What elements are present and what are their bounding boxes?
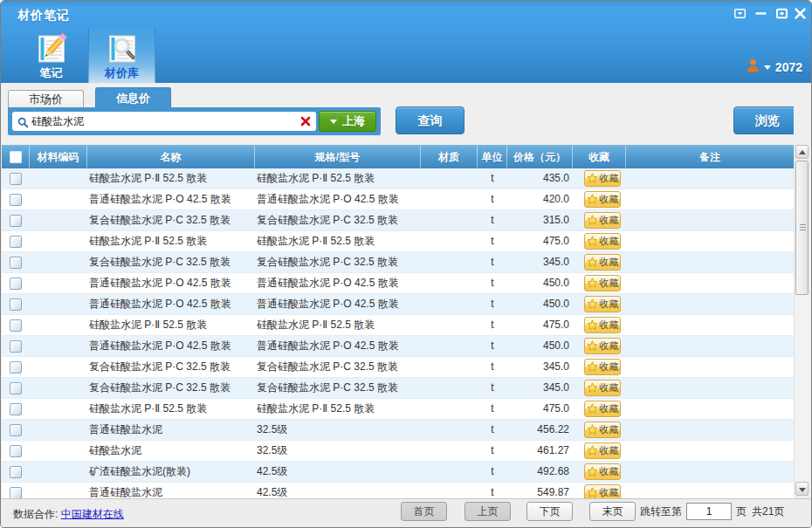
row-checkbox[interactable] [10,319,22,332]
table-row[interactable]: 硅酸盐水泥 P·Ⅱ 52.5 散装硅酸盐水泥 P·Ⅱ 52.5 散装t475.0… [2,399,794,420]
favorite-button[interactable]: 收藏 [584,212,621,229]
favorite-button[interactable]: 收藏 [584,317,621,333]
cell-material [421,252,478,272]
search-input[interactable]: 硅酸盐水泥 [12,112,316,131]
row-checkbox[interactable] [10,298,22,311]
table-row[interactable]: 普通硅酸盐水泥 P·O 42.5 散装普通硅酸盐水泥 P·O 42.5 散装t4… [2,294,794,315]
cell-spec: 32.5级 [257,441,419,461]
cell-spec: 普通硅酸盐水泥 P·O 42.5 散装 [257,273,419,293]
cell-material [421,168,478,189]
scrollbar-grip-icon [800,224,806,225]
minimize-button[interactable] [754,7,767,20]
table-row[interactable]: 矿渣硅酸盐水泥(散装)42.5级t492.68收藏 [2,462,794,483]
row-checkbox[interactable] [10,173,22,185]
row-checkbox[interactable] [10,257,22,269]
minimize-to-tray-button[interactable] [733,7,747,20]
search-zone: 硅酸盐水泥 上海 查询 浏览 [1,107,811,145]
table-row[interactable]: 普通硅酸盐水泥 P·O 42.5 散装普通硅酸盐水泥 P·O 42.5 散装t4… [2,273,794,294]
row-checkbox[interactable] [10,236,22,248]
favorite-button[interactable]: 收藏 [584,170,621,187]
tab-info-price[interactable]: 信息价 [95,87,171,107]
first-page-button[interactable]: 首页 [401,502,447,521]
row-checkbox[interactable] [10,424,22,436]
row-checkbox[interactable] [10,466,22,478]
row-checkbox[interactable] [10,194,22,206]
user-id: 2072 [775,60,802,74]
table-row[interactable]: 复合硅酸盐水泥 P·C 32.5 散装复合硅酸盐水泥 P·C 32.5 散装t3… [2,378,794,399]
favorite-button-label: 收藏 [600,360,619,374]
datasource-link[interactable]: 中国建材在线 [61,508,124,520]
cell-unit: t [478,357,507,377]
favorite-button[interactable]: 收藏 [584,380,621,396]
select-all-checkbox[interactable] [10,151,22,163]
header-select-all [2,146,30,169]
window-title: 材价笔记 [17,8,70,24]
right-gutter [794,83,812,145]
close-button[interactable] [794,7,807,20]
vertical-scrollbar[interactable] [794,145,809,497]
favorite-button[interactable]: 收藏 [584,442,621,459]
jump-prefix-label: 跳转至第 [640,504,682,519]
scroll-up-button[interactable] [795,145,809,159]
table-row[interactable]: 硅酸盐水泥 P·Ⅱ 52.5 散装硅酸盐水泥 P·Ⅱ 52.5 散装t475.0… [2,315,794,336]
scroll-down-button[interactable] [795,482,809,496]
row-checkbox[interactable] [10,403,22,415]
row-checkbox[interactable] [10,487,22,498]
user-menu[interactable]: 2072 [747,57,802,78]
table-row[interactable]: 复合硅酸盐水泥 P·C 32.5 散装复合硅酸盐水泥 P·C 32.5 散装t3… [2,252,794,273]
cell-unit: t [478,252,507,272]
favorite-button[interactable]: 收藏 [584,401,621,417]
jump-suffix-label: 页 [736,504,747,519]
favorite-button[interactable]: 收藏 [584,233,621,250]
row-checkbox[interactable] [10,382,22,394]
favorite-button[interactable]: 收藏 [584,275,621,291]
row-checkbox[interactable] [10,445,22,457]
prev-page-button[interactable]: 上页 [464,502,511,521]
clear-search-icon[interactable] [299,114,313,128]
favorite-button-label: 收藏 [600,339,619,353]
favorite-button[interactable]: 收藏 [584,296,621,312]
cell-spec: 32.5级 [257,420,419,440]
query-button[interactable]: 查询 [396,106,464,134]
favorite-button[interactable]: 收藏 [584,463,621,480]
table-row[interactable]: 复合硅酸盐水泥 P·C 32.5 散装复合硅酸盐水泥 P·C 32.5 散装t3… [2,210,794,231]
cell-material [421,210,478,230]
header-name: 名称 [87,146,255,169]
city-dropdown-button[interactable]: 上海 [319,111,376,132]
table-row[interactable]: 普通硅酸盐水泥32.5级t456.22收藏 [2,420,794,441]
row-checkbox[interactable] [10,278,22,290]
maximize-button[interactable] [775,7,788,20]
favorite-button[interactable]: 收藏 [584,484,621,498]
row-checkbox[interactable] [10,361,22,374]
star-icon [587,278,598,289]
favorite-button[interactable]: 收藏 [584,422,621,438]
scrollbar-thumb[interactable] [795,161,809,295]
favorite-button[interactable]: 收藏 [584,359,621,375]
row-checkbox[interactable] [10,340,22,353]
star-icon [587,340,598,352]
table-row[interactable]: 普通硅酸盐水泥 P·O 42.5 散装普通硅酸盐水泥 P·O 42.5 散装t4… [2,189,794,210]
table-row[interactable]: 硅酸盐水泥 P·Ⅱ 52.5 散装硅酸盐水泥 P·Ⅱ 52.5 散装t475.0… [2,231,794,252]
last-page-button[interactable]: 末页 [589,502,636,521]
favorite-button[interactable]: 收藏 [584,191,621,208]
page-number-input[interactable] [686,503,732,520]
table-row[interactable]: 普通硅酸盐水泥42.5级t549.87收藏 [2,483,794,498]
favorite-button[interactable]: 收藏 [584,254,621,271]
browse-button[interactable]: 浏览 [733,106,802,134]
table-row[interactable]: 普通硅酸盐水泥 P·O 42.5 散装普通硅酸盐水泥 P·O 42.5 散装t4… [2,336,794,357]
star-icon [587,236,598,247]
cell-name: 普通硅酸盐水泥 P·O 42.5 散装 [89,336,253,356]
tab-market-price[interactable]: 市场价 [8,90,84,107]
toolbar-library-button[interactable]: 材价库 [88,28,155,83]
toolbar-notes-button[interactable]: 笔记 [19,28,83,83]
cell-name: 普通硅酸盐水泥 [89,420,253,440]
cell-spec: 42.5级 [257,483,419,498]
cell-material [421,462,478,482]
table-row[interactable]: 硅酸盐水泥32.5级t461.27收藏 [2,441,794,462]
cell-spec: 硅酸盐水泥 P·Ⅱ 52.5 散装 [257,168,419,189]
table-row[interactable]: 硅酸盐水泥 P·Ⅱ 52.5 散装硅酸盐水泥 P·Ⅱ 52.5 散装t435.0… [2,168,794,189]
favorite-button[interactable]: 收藏 [584,338,621,354]
table-row[interactable]: 复合硅酸盐水泥 P·C 32.5 散装复合硅酸盐水泥 P·C 32.5 散装t3… [2,357,794,378]
next-page-button[interactable]: 下页 [526,502,573,521]
row-checkbox[interactable] [10,215,22,227]
